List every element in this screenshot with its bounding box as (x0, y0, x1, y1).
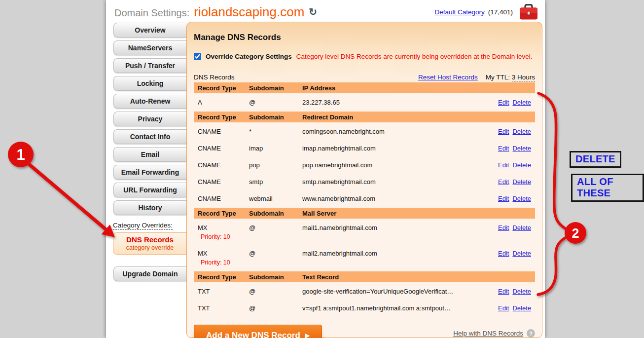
edit-link[interactable]: Edit (498, 304, 509, 312)
delete-link[interactable]: Delete (512, 288, 531, 295)
record-subdomain: @ (249, 304, 302, 312)
sidebar-item-upgrade-domain[interactable]: Upgrade Domain (113, 266, 186, 281)
delete-link[interactable]: Delete (512, 224, 531, 231)
sidebar-item-locking[interactable]: Locking (113, 76, 186, 91)
record-value: comingsoon.namebright.com (302, 128, 486, 135)
ttl-group: My TTL: 3 Hours (486, 74, 535, 81)
record-value: imap.namebrightmail.com (302, 145, 486, 152)
record-subdomain: @ (249, 224, 302, 231)
delete-link[interactable]: Delete (512, 304, 531, 312)
sidebar-item-nameservers[interactable]: NameServers (113, 40, 186, 55)
sidebar-item-contact-info[interactable]: Contact Info (113, 129, 186, 144)
delete-link[interactable]: Delete (512, 128, 531, 135)
record-value: mail1.namebrightmail.com (302, 224, 486, 231)
step-1-number: 1 (16, 146, 25, 163)
record-type: CNAME (198, 178, 249, 186)
reset-host-records-link[interactable]: Reset Host Records (418, 74, 478, 81)
dns-row-txt-google: TXT @ google-site-verification=YourUniqu… (194, 284, 535, 299)
sidebar-item-dns-records-active[interactable]: DNS Records category override (113, 232, 186, 255)
edit-link[interactable]: Edit (498, 250, 509, 257)
refresh-icon[interactable]: ↻ (309, 7, 317, 17)
sidebar-item-privacy[interactable]: Privacy (113, 112, 186, 126)
edit-link[interactable]: Edit (498, 195, 509, 202)
manage-dns-panel: Manage DNS Records Override Category Set… (186, 22, 542, 338)
edit-link[interactable]: Edit (498, 178, 509, 186)
record-value: smtp.namebrightmail.com (302, 178, 486, 186)
sidebar-item-overview[interactable]: Overview (113, 23, 186, 38)
briefcase-icon[interactable] (519, 4, 538, 20)
dns-row-mx-1: MX Priority: 10 @ mail1.namebrightmail.c… (194, 220, 535, 244)
edit-link[interactable]: Edit (498, 128, 509, 135)
default-category-link[interactable]: Default Category (434, 8, 484, 16)
page-title: Domain Settings: (114, 7, 189, 19)
delete-link[interactable]: Delete (512, 250, 531, 257)
dns-records-list-label: DNS Records (194, 74, 235, 81)
delete-link[interactable]: Delete (512, 195, 531, 202)
header-category-group: Default Category (17,401) (434, 4, 538, 20)
panel-footer: Add a New DNS Record ▶ Help with DNS Rec… (194, 325, 535, 338)
dns-records-label: DNS Records (114, 235, 185, 244)
ttl-label: My TTL: (486, 74, 510, 81)
dns-row-txt-spf: TXT @ v=spf1 a:smtpout1.namebrightmail.c… (194, 300, 535, 316)
record-type: MX (198, 224, 208, 231)
delete-link[interactable]: Delete (512, 178, 531, 186)
right-arrow-icon: ▶ (305, 332, 310, 338)
domain-settings-app: Domain Settings: riolandscaping.com ↻ De… (106, 0, 545, 338)
sidebar-item-history[interactable]: History (113, 200, 186, 215)
record-type: CNAME (198, 161, 249, 169)
domain-name: riolandscaping.com (194, 4, 304, 20)
annotation-label-delete: DELETE (570, 151, 621, 168)
override-warning-text: Category level DNS Records are currently… (296, 53, 533, 60)
edit-link[interactable]: Edit (498, 161, 509, 169)
section-header-redirect-domain: Record Type Subdomain Redirect Domain (194, 112, 535, 122)
section-header-text-record: Record Type Subdomain Text Record (194, 271, 535, 282)
help-dns-records-link[interactable]: Help with DNS Records (453, 330, 523, 337)
record-subdomain: pop (249, 161, 302, 169)
delete-link[interactable]: Delete (512, 99, 531, 106)
sidebar-item-email-forwarding[interactable]: Email Forwarding (113, 165, 186, 180)
record-value: www.namebrightmail.com (302, 195, 486, 202)
edit-link[interactable]: Edit (498, 224, 509, 231)
record-subdomain: @ (249, 99, 302, 106)
category-count: (17,401) (488, 8, 513, 16)
add-dns-record-button[interactable]: Add a New DNS Record ▶ (194, 325, 322, 338)
record-value: v=spf1 a:smtpout1.namebrightmail.com a:s… (302, 304, 486, 312)
override-checkbox-label[interactable]: Override Category Settings (206, 53, 292, 60)
record-value: pop.namebrightmail.com (302, 161, 486, 169)
dns-row-cname-imap: CNAME imap imap.namebrightmail.com EditD… (194, 141, 535, 156)
step-1-badge (8, 142, 34, 167)
record-value: 23.227.38.65 (302, 99, 486, 106)
override-category-checkbox[interactable] (194, 53, 201, 60)
edit-link[interactable]: Edit (498, 99, 509, 106)
sidebar-item-push-transfer[interactable]: Push / Transfer (113, 58, 186, 73)
record-type: MX (198, 250, 208, 257)
record-subdomain: smtp (249, 178, 302, 186)
override-row: Override Category Settings Category leve… (194, 53, 535, 60)
record-type: TXT (198, 288, 249, 295)
app-header: Domain Settings: riolandscaping.com ↻ De… (106, 0, 545, 22)
record-type: A (198, 99, 249, 106)
question-mark-icon[interactable]: ? (527, 329, 535, 338)
step-2-badge (565, 222, 586, 244)
record-value: google-site-verification=YourUniqueGoogl… (302, 288, 486, 295)
record-subdomain: @ (249, 288, 302, 295)
ttl-value-dropdown[interactable]: 3 Hours (512, 74, 535, 81)
delete-link[interactable]: Delete (512, 145, 531, 152)
record-type: CNAME (198, 145, 249, 152)
category-overrides-heading: Category Overrides: (113, 222, 186, 229)
panel-title: Manage DNS Records (194, 33, 535, 42)
dns-row-cname-pop: CNAME pop pop.namebrightmail.com EditDel… (194, 157, 535, 173)
edit-link[interactable]: Edit (498, 288, 509, 295)
edit-link[interactable]: Edit (498, 145, 509, 152)
record-type: CNAME (198, 128, 249, 135)
mx-priority: Priority: 10 (198, 233, 249, 240)
section-header-ip-address: Record Type Subdomain IP Address (194, 82, 535, 93)
sidebar-item-email[interactable]: Email (113, 147, 186, 162)
sidebar-item-url-forwarding[interactable]: URL Forwarding (113, 183, 186, 197)
dns-row-cname-wildcard: CNAME * comingsoon.namebright.com EditDe… (194, 124, 535, 139)
dns-records-sublabel: category override (114, 244, 185, 251)
delete-link[interactable]: Delete (512, 161, 531, 169)
dns-row-a: A @ 23.227.38.65 EditDelete (194, 95, 535, 110)
sidebar-item-auto-renew[interactable]: Auto-Renew (113, 94, 186, 109)
annotation-label-all-of-these: ALL OF THESE (571, 174, 644, 202)
